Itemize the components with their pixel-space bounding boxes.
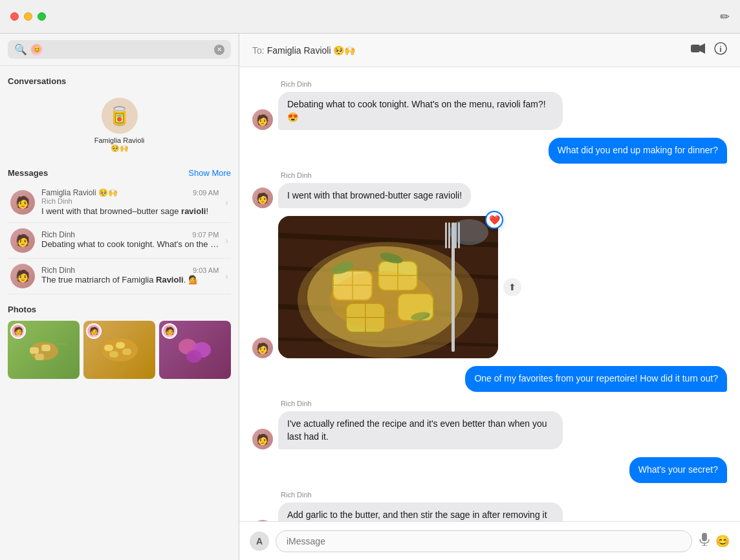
message-result-1[interactable]: 🧑 Famiglia Ravioli 🥺🙌 9:09 AM Rich Dinh … bbox=[8, 183, 231, 223]
sender-avatar-4: 🧑 bbox=[252, 338, 273, 358]
photo-avatar-1: 🧑 bbox=[10, 323, 26, 339]
message-row-6: 🧑 Rich Dinh I've actually refined the re… bbox=[252, 400, 727, 449]
message-row-8: 🧑 Rich Dinh Add garlic to the butter, an… bbox=[252, 491, 727, 521]
close-button[interactable] bbox=[10, 12, 19, 21]
bubble-7: What's your secret? bbox=[629, 457, 727, 483]
msg-content-1: Famiglia Ravioli 🥺🙌 9:09 AM Rich Dinh I … bbox=[41, 188, 219, 217]
bubble-3: I went with that browned-butter sage rav… bbox=[278, 183, 471, 209]
search-contact-avatar: 😊 bbox=[31, 44, 43, 56]
compose-actions: 😊 bbox=[699, 533, 730, 549]
msg-preview-1: I went with that browned–butter sage rav… bbox=[41, 206, 219, 217]
chat-recipient-name: Famiglia Ravioli 🥺🙌 bbox=[267, 45, 356, 56]
message-row-5: One of my favorites from your repertoire… bbox=[252, 366, 727, 392]
bubble-group-7: What's your secret? bbox=[629, 457, 727, 483]
sender-name-6: Rich Dinh bbox=[278, 400, 563, 407]
bubble-6: I've actually refined the recipe and it'… bbox=[278, 411, 563, 449]
apps-button[interactable]: A bbox=[250, 532, 269, 551]
message-row-1: 🧑 Rich Dinh Debating what to cook tonigh… bbox=[252, 80, 727, 130]
photos-section: Photos 🧑 bbox=[8, 305, 231, 379]
bubble-group-8: Rich Dinh Add garlic to the butter, and … bbox=[278, 491, 563, 521]
svg-rect-7 bbox=[116, 342, 125, 349]
msg-header-3: Rich Dinh 9:03 AM bbox=[41, 266, 219, 275]
message-row-7: What's your secret? bbox=[252, 457, 727, 483]
photo-item-1[interactable]: 🧑 bbox=[8, 321, 80, 379]
message-row-3: 🧑 Rich Dinh I went with that browned-but… bbox=[252, 171, 727, 209]
search-icon: 🔍 bbox=[14, 43, 27, 56]
share-image-button[interactable]: ⬆ bbox=[503, 278, 521, 296]
msg-avatar-2: 🧑 bbox=[10, 228, 35, 253]
ravioli-photo bbox=[278, 216, 498, 358]
svg-rect-13 bbox=[691, 45, 700, 52]
svg-rect-6 bbox=[104, 345, 113, 351]
svg-rect-44 bbox=[702, 533, 707, 541]
msg-group-1: Famiglia Ravioli 🥺🙌 bbox=[41, 188, 118, 197]
msg-time-3: 9:03 AM bbox=[193, 266, 219, 274]
compose-input[interactable] bbox=[276, 530, 692, 552]
bubble-2: What did you end up making for dinner? bbox=[549, 138, 727, 164]
emoji-button[interactable]: 😊 bbox=[715, 534, 730, 548]
svg-rect-38 bbox=[452, 222, 455, 352]
bubble-group-5: One of my favorites from your repertoire… bbox=[465, 366, 727, 392]
msg-sender-1: Rich Dinh bbox=[41, 197, 219, 205]
photo-item-3[interactable]: 🧑 bbox=[159, 321, 231, 379]
message-row-2: What did you end up making for dinner? bbox=[252, 138, 727, 164]
messages-area[interactable]: 🧑 Rich Dinh Debating what to cook tonigh… bbox=[239, 67, 740, 521]
svg-rect-4 bbox=[35, 354, 44, 360]
messages-section-title: Messages bbox=[8, 168, 48, 178]
svg-rect-8 bbox=[109, 351, 118, 358]
compose-button[interactable]: ✏ bbox=[720, 10, 730, 24]
msg-preview-3: The true matriarch of Famiglia Ravioli. … bbox=[41, 275, 219, 286]
titlebar: ✏ bbox=[0, 0, 740, 34]
svg-point-43 bbox=[450, 219, 488, 245]
video-call-button[interactable] bbox=[691, 43, 705, 57]
msg-chevron-3: › bbox=[225, 271, 228, 281]
msg-chevron-1: › bbox=[225, 197, 228, 208]
msg-time-2: 9:07 PM bbox=[192, 231, 219, 239]
clear-search-button[interactable]: ✕ bbox=[214, 45, 224, 55]
app-body: 🔍 😊 Rich Dinh Ravioli ✕ Conversations 🥫 … bbox=[0, 34, 740, 560]
show-more-button[interactable]: Show More bbox=[188, 168, 231, 178]
msg-content-3: Rich Dinh 9:03 AM The true matriarch of … bbox=[41, 266, 219, 286]
svg-marker-14 bbox=[700, 43, 705, 54]
msg-content-2: Rich Dinh 9:07 PM Debating what to cook … bbox=[41, 230, 219, 250]
sender-avatar-6: 🧑 bbox=[252, 429, 273, 449]
message-result-2[interactable]: 🧑 Rich Dinh 9:07 PM Debating what to coo… bbox=[8, 223, 231, 259]
search-bar: 🔍 😊 Rich Dinh Ravioli ✕ bbox=[0, 34, 239, 66]
svg-text:i: i bbox=[719, 45, 722, 54]
svg-rect-9 bbox=[122, 349, 131, 355]
sender-avatar-3: 🧑 bbox=[252, 188, 273, 208]
sender-avatar-1: 🧑 bbox=[252, 109, 273, 130]
chat-header-actions: i bbox=[691, 42, 727, 58]
bubble-group-2: What did you end up making for dinner? bbox=[549, 138, 727, 164]
chat-header: To: Famiglia Ravioli 🥺🙌 i bbox=[239, 34, 740, 67]
svg-rect-2 bbox=[30, 347, 39, 354]
msg-time-1: 9:09 AM bbox=[193, 189, 219, 197]
messages-header: Messages Show More bbox=[8, 168, 231, 178]
conversation-item-famiglia[interactable]: 🥫 Famiglia Ravioli 🥺🙌 bbox=[8, 92, 231, 158]
svg-rect-40 bbox=[448, 222, 450, 248]
msg-avatar-1: 🧑 bbox=[10, 190, 35, 215]
sidebar-content: Conversations 🥫 Famiglia Ravioli 🥺🙌 Mess… bbox=[0, 66, 239, 560]
sender-name-8: Rich Dinh bbox=[278, 491, 563, 499]
photo-avatar-3: 🧑 bbox=[162, 323, 177, 339]
reaction-badge: ❤️ bbox=[485, 211, 503, 229]
chat-to-label: To: bbox=[252, 45, 265, 56]
photo-avatar-2: 🧑 bbox=[86, 323, 102, 339]
conv-avatar-famiglia: 🥫 bbox=[102, 98, 138, 134]
msg-preview-2: Debating what to cook tonight. What's on… bbox=[41, 239, 219, 250]
photo-item-2[interactable]: 🧑 bbox=[83, 321, 155, 379]
minimize-button[interactable] bbox=[24, 12, 32, 21]
message-result-3[interactable]: 🧑 Rich Dinh 9:03 AM The true matriarch o… bbox=[8, 259, 231, 294]
svg-point-12 bbox=[186, 350, 202, 363]
svg-rect-39 bbox=[445, 222, 447, 248]
photos-grid: 🧑 🧑 bbox=[8, 321, 231, 379]
dictation-button[interactable] bbox=[699, 533, 710, 549]
compose-area: A 😊 bbox=[239, 521, 740, 560]
search-input[interactable]: Rich Dinh Ravioli bbox=[47, 45, 210, 55]
info-button[interactable]: i bbox=[714, 42, 727, 58]
bubble-5: One of my favorites from your repertoire… bbox=[465, 366, 727, 392]
ravioli-image-bubble[interactable] bbox=[278, 216, 498, 358]
chat-title: To: Famiglia Ravioli 🥺🙌 bbox=[252, 45, 686, 56]
maximize-button[interactable] bbox=[38, 12, 46, 21]
sender-name-3: Rich Dinh bbox=[278, 171, 471, 179]
